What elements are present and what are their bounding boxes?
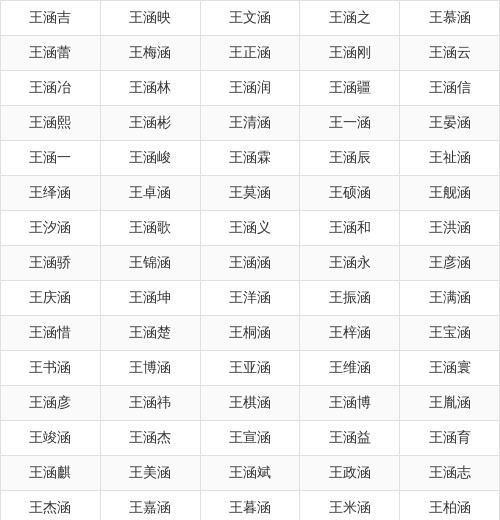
table-cell: 王满涵 <box>400 281 500 316</box>
table-row: 王绎涵王卓涵王莫涵王硕涵王舰涵 <box>1 176 500 211</box>
table-cell: 王涵彬 <box>100 106 200 141</box>
table-cell: 王涵辰 <box>300 141 400 176</box>
table-cell: 王暮涵 <box>200 491 300 521</box>
table-cell: 王晏涵 <box>400 106 500 141</box>
table-cell: 王汐涵 <box>1 211 101 246</box>
table-cell: 王彦涵 <box>400 246 500 281</box>
table-cell: 王绎涵 <box>1 176 101 211</box>
table-cell: 王涵义 <box>200 211 300 246</box>
table-row: 王涵骄王锦涵王涵涵王涵永王彦涵 <box>1 246 500 281</box>
table-cell: 王洪涵 <box>400 211 500 246</box>
table-row: 王涵麒王美涵王涵斌王政涵王涵志 <box>1 456 500 491</box>
table-cell: 王涵骄 <box>1 246 101 281</box>
table-cell: 王涵育 <box>400 421 500 456</box>
table-cell: 王维涵 <box>300 351 400 386</box>
table-cell: 王文涵 <box>200 1 300 36</box>
table-cell: 王硕涵 <box>300 176 400 211</box>
table-cell: 王涵和 <box>300 211 400 246</box>
table-cell: 王政涵 <box>300 456 400 491</box>
table-cell: 王振涵 <box>300 281 400 316</box>
table-row: 王汐涵王涵歌王涵义王涵和王洪涵 <box>1 211 500 246</box>
table-cell: 王涵疆 <box>300 71 400 106</box>
table-row: 王涵惜王涵楚王桐涵王梓涵王宝涵 <box>1 316 500 351</box>
table-cell: 王涵寰 <box>400 351 500 386</box>
table-cell: 王宣涵 <box>200 421 300 456</box>
table-row: 王竣涵王涵杰王宣涵王涵益王涵育 <box>1 421 500 456</box>
table-cell: 王宝涵 <box>400 316 500 351</box>
table-cell: 王梓涵 <box>300 316 400 351</box>
table-row: 王涵彦王涵祎王棋涵王涵博王胤涵 <box>1 386 500 421</box>
table-cell: 王一涵 <box>300 106 400 141</box>
table-cell: 王涵之 <box>300 1 400 36</box>
table-cell: 王梅涵 <box>100 36 200 71</box>
table-cell: 王涵志 <box>400 456 500 491</box>
table-row: 王涵蕾王梅涵王正涵王涵刚王涵云 <box>1 36 500 71</box>
table-row: 王杰涵王嘉涵王暮涵王米涵王柏涵 <box>1 491 500 521</box>
table-cell: 王涵信 <box>400 71 500 106</box>
table-cell: 王涵吉 <box>1 1 101 36</box>
table-row: 王涵熙王涵彬王清涵王一涵王晏涵 <box>1 106 500 141</box>
table-cell: 王涵祎 <box>100 386 200 421</box>
table-cell: 王亚涵 <box>200 351 300 386</box>
table-cell: 王正涵 <box>200 36 300 71</box>
table-cell: 王涵涵 <box>200 246 300 281</box>
table-cell: 王涵斌 <box>200 456 300 491</box>
table-cell: 王涵博 <box>300 386 400 421</box>
table-cell: 王涵麒 <box>1 456 101 491</box>
table-cell: 王锦涵 <box>100 246 200 281</box>
table-cell: 王涵林 <box>100 71 200 106</box>
table-cell: 王涵惜 <box>1 316 101 351</box>
table-cell: 王涵霖 <box>200 141 300 176</box>
table-cell: 王莫涵 <box>200 176 300 211</box>
table-cell: 王博涵 <box>100 351 200 386</box>
table-cell: 王柏涵 <box>400 491 500 521</box>
table-cell: 王舰涵 <box>400 176 500 211</box>
table-row: 王涵冶王涵林王涵润王涵疆王涵信 <box>1 71 500 106</box>
table-cell: 王涵永 <box>300 246 400 281</box>
table-cell: 王卓涵 <box>100 176 200 211</box>
table-cell: 王美涵 <box>100 456 200 491</box>
table-cell: 王涵刚 <box>300 36 400 71</box>
table-row: 王书涵王博涵王亚涵王维涵王涵寰 <box>1 351 500 386</box>
table-cell: 王书涵 <box>1 351 101 386</box>
table-cell: 王涵冶 <box>1 71 101 106</box>
table-cell: 王涵彦 <box>1 386 101 421</box>
table-cell: 王杰涵 <box>1 491 101 521</box>
table-row: 王庆涵王涵坤王洋涵王振涵王满涵 <box>1 281 500 316</box>
table-cell: 王桐涵 <box>200 316 300 351</box>
table-row: 王涵吉王涵映王文涵王涵之王慕涵 <box>1 1 500 36</box>
table-cell: 王涵润 <box>200 71 300 106</box>
table-cell: 王洋涵 <box>200 281 300 316</box>
table-cell: 王涵杰 <box>100 421 200 456</box>
table-cell: 王慕涵 <box>400 1 500 36</box>
table-cell: 王涵坤 <box>100 281 200 316</box>
table-cell: 王涵映 <box>100 1 200 36</box>
table-cell: 王棋涵 <box>200 386 300 421</box>
table-cell: 王涵峻 <box>100 141 200 176</box>
table-row: 王涵一王涵峻王涵霖王涵辰王祉涵 <box>1 141 500 176</box>
table-cell: 王竣涵 <box>1 421 101 456</box>
table-cell: 王涵楚 <box>100 316 200 351</box>
table-cell: 王嘉涵 <box>100 491 200 521</box>
names-table: 王涵吉王涵映王文涵王涵之王慕涵王涵蕾王梅涵王正涵王涵刚王涵云王涵冶王涵林王涵润王… <box>0 0 500 520</box>
table-cell: 王涵益 <box>300 421 400 456</box>
table-cell: 王涵蕾 <box>1 36 101 71</box>
table-cell: 王清涵 <box>200 106 300 141</box>
table-cell: 王胤涵 <box>400 386 500 421</box>
table-cell: 王祉涵 <box>400 141 500 176</box>
table-cell: 王涵一 <box>1 141 101 176</box>
table-cell: 王涵云 <box>400 36 500 71</box>
table-cell: 王涵熙 <box>1 106 101 141</box>
table-cell: 王涵歌 <box>100 211 200 246</box>
table-cell: 王米涵 <box>300 491 400 521</box>
table-cell: 王庆涵 <box>1 281 101 316</box>
